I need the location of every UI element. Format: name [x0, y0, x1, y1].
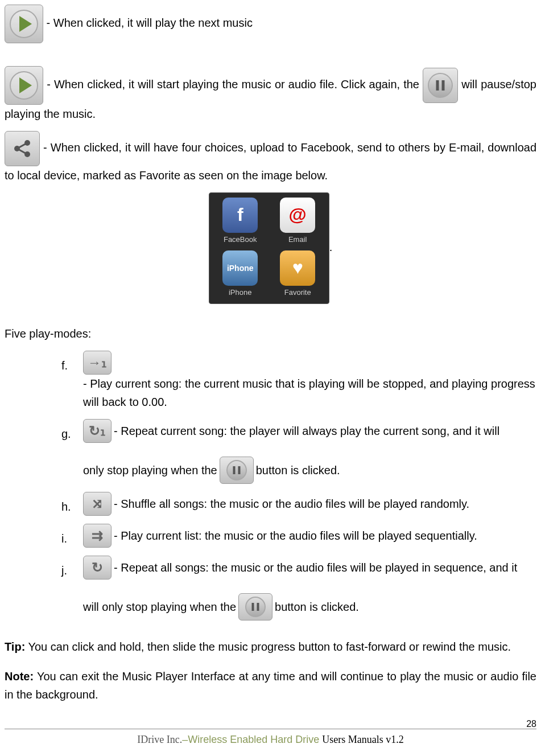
play-pause-para: - When clicked, it will start playing th…: [5, 66, 536, 123]
repeat-all-icon: ↻: [83, 556, 111, 580]
play-current-list-icon: ⇉: [83, 524, 111, 548]
repeat-current-song-icon: ↻₁: [83, 419, 111, 443]
mode-h-marker: h.: [61, 492, 83, 516]
mode-j-text-a: - Repeat all songs: the music or the aud…: [114, 558, 517, 577]
favorite-icon: ♥: [280, 250, 315, 286]
pause-icon-j: [238, 593, 272, 621]
share-favorite: ♥ Favorite: [269, 248, 327, 301]
pause-icon-g: [220, 457, 254, 484]
next-music-icon: [5, 5, 43, 43]
facebook-label: FaceBook: [214, 234, 267, 246]
note-text: You can exit the Music Player Interface …: [5, 670, 536, 701]
mode-g: g. ↻₁ - Repeat current song: the player …: [61, 419, 536, 484]
email-icon: @: [280, 198, 315, 233]
page-footer: 28 IDrive Inc.–Wireless Enabled Hard Dri…: [5, 729, 536, 748]
email-label: Email: [271, 234, 324, 246]
page-number: 28: [526, 717, 536, 732]
footer-product: –Wireless Enabled Hard Drive: [182, 734, 322, 745]
iphone-label: iPhone: [214, 287, 267, 299]
tip-text: You can click and hold, then slide the m…: [25, 640, 511, 653]
mode-i-marker: i.: [61, 524, 83, 548]
share-para: - When clicked, it will have four choice…: [5, 131, 536, 184]
five-play-modes-heading: Five play-modes:: [5, 324, 536, 343]
share-options-figure: f FaceBook @ Email iPhone iPhone ♥ Favor…: [5, 192, 536, 304]
play-icon: [5, 66, 43, 105]
mode-f: f. →₁ - Play current song: the current m…: [61, 351, 536, 411]
play-current-song-icon: →₁: [83, 351, 111, 375]
mode-g-text-a: - Repeat current song: the player will a…: [114, 422, 499, 440]
mode-f-marker: f.: [61, 351, 83, 375]
share-text: - When clicked, it will have four choice…: [5, 141, 536, 182]
play-text-a: - When clicked, it will start playing th…: [47, 78, 419, 91]
share-email: @ Email: [269, 195, 327, 248]
share-facebook: f FaceBook: [212, 195, 269, 248]
svg-line-4: [17, 149, 27, 154]
pause-icon-large: [423, 68, 458, 103]
share-iphone: iPhone iPhone: [212, 248, 269, 301]
mode-h-text: - Shuffle all songs: the music or the au…: [114, 495, 469, 513]
share-grid: f FaceBook @ Email iPhone iPhone ♥ Favor…: [209, 192, 329, 304]
next-music-text: - When clicked, it will play the next mu…: [47, 17, 253, 29]
mode-g-marker: g.: [61, 419, 83, 443]
mode-j: j. ↻ - Repeat all songs: the music or th…: [61, 556, 536, 621]
svg-line-3: [17, 143, 27, 149]
mode-f-text: - Play current song: the current music t…: [83, 375, 536, 411]
mode-j-text-c: button is clicked.: [275, 598, 359, 616]
iphone-icon: iPhone: [222, 250, 258, 286]
footer-manual: Users Manuals v1.2: [322, 734, 403, 745]
shuffle-icon: ⤨: [83, 492, 111, 516]
note-label: Note:: [5, 670, 34, 683]
play-modes-list: f. →₁ - Play current song: the current m…: [61, 351, 536, 621]
mode-h: h. ⤨ - Shuffle all songs: the music or t…: [61, 492, 536, 516]
mode-j-marker: j.: [61, 556, 83, 580]
note-paragraph: Note: You can exit the Music Player Inte…: [5, 667, 536, 704]
share-icon: [5, 131, 40, 166]
facebook-icon: f: [222, 198, 258, 233]
mode-g-text-c: button is clicked.: [256, 461, 340, 479]
mode-g-text-b: only stop playing when the: [83, 461, 217, 479]
tip-paragraph: Tip: You can click and hold, then slide …: [5, 638, 536, 656]
tip-label: Tip:: [5, 640, 25, 653]
figure-period: .: [329, 241, 333, 253]
mode-i-text: - Play current list: the music or the au…: [114, 527, 477, 545]
favorite-label: Favorite: [271, 287, 324, 299]
mode-i: i. ⇉ - Play current list: the music or t…: [61, 524, 536, 548]
mode-j-text-b: will only stop playing when the: [83, 598, 236, 616]
footer-company: IDrive Inc.: [137, 734, 182, 745]
next-music-para: - When clicked, it will play the next mu…: [5, 5, 536, 43]
